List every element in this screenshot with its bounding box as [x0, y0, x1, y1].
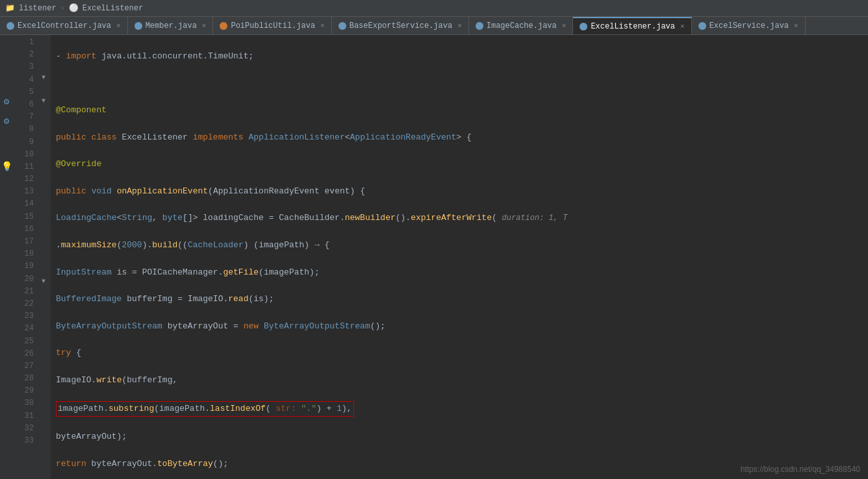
tab-close[interactable]: × — [202, 22, 207, 30]
code-container: ⚙ ⚙ 💡 1 2 3 4 5 6 7 8 9 10 11 12 13 14 1… — [0, 35, 868, 479]
tab-label: ExcelController.java — [18, 21, 111, 31]
code-line-1: - import java.util.concurrent.TimeUnit; — [56, 50, 868, 64]
tab-label: ImageCache.java — [487, 21, 557, 31]
code-line-8: .maximumSize(2000).build((CacheLoader) (… — [56, 239, 868, 252]
code-line-12: try { — [56, 347, 868, 360]
tab-baseexportservice[interactable]: BaseExportService.java × — [332, 17, 469, 34]
line-numbers: 1 2 3 4 5 6 7 8 9 10 11 12 13 14 15 16 1… — [13, 35, 39, 479]
code-line-4: public class ExcelListener implements Ap… — [56, 131, 868, 145]
tab-icon — [476, 22, 483, 30]
code-line-9: InputStream is = POICacheManager.getFile… — [56, 266, 868, 280]
code-line-11: ByteArrayOutputStream byteArrayOut = new… — [56, 320, 868, 334]
code-editor[interactable]: - import java.util.concurrent.TimeUnit; … — [51, 35, 868, 479]
tab-label: ExcelService.java — [709, 21, 789, 31]
tab-excellistener[interactable]: ExcelListener.java × — [573, 17, 691, 34]
tab-icon — [580, 23, 587, 31]
tab-close[interactable]: × — [794, 22, 798, 30]
code-line-10: BufferedImage bufferImg = ImageIO.read(i… — [56, 293, 868, 306]
code-line-6: public void onApplicationEvent(Applicati… — [56, 185, 868, 199]
breadcrumb-sep: › — [60, 4, 65, 13]
fold-arrow-1[interactable]: ▼ — [42, 74, 45, 81]
fold-arrow-2[interactable]: ▼ — [42, 97, 45, 104]
left-icons: ⚙ ⚙ 💡 — [0, 35, 13, 479]
tab-close[interactable]: × — [457, 22, 462, 30]
tab-bar: ExcelController.java × Member.java × Poi… — [0, 17, 868, 35]
code-line-15: byteArrayOut); — [56, 430, 868, 444]
tab-close[interactable]: × — [562, 22, 567, 30]
file-icon: ⚪ — [69, 3, 79, 13]
folder-icon: 📁 — [5, 3, 15, 13]
breadcrumb-bar: 📁 listener › ⚪ ExcelListener — [0, 0, 868, 17]
tab-excelcontroller[interactable]: ExcelController.java × — [0, 17, 128, 34]
code-line-14: imagePath.substring(imagePath.lastIndexO… — [56, 401, 868, 417]
tab-icon — [338, 22, 346, 30]
gutter-icon-3: 💡 — [1, 161, 12, 171]
gutter: ▼ ▼ ▼ — [39, 35, 51, 479]
tab-label: ExcelListener.java — [591, 22, 675, 31]
tab-icon — [6, 22, 14, 30]
tab-label: BaseExportService.java — [350, 21, 452, 31]
tab-excelservice[interactable]: ExcelService.java × — [692, 17, 806, 34]
breadcrumb-file[interactable]: ExcelListener — [83, 4, 144, 13]
fold-arrow-3[interactable]: ▼ — [42, 278, 45, 285]
tab-poipublicutil[interactable]: PoiPublicUtil.java × — [213, 17, 331, 34]
code-line-13: ImageIO.write(bufferImg, — [56, 374, 868, 387]
tab-close[interactable]: × — [680, 23, 685, 31]
code-line-3: @Component — [56, 104, 868, 117]
gutter-icon-2: ⚙ — [1, 116, 12, 126]
breadcrumb-listener[interactable]: listener — [19, 4, 57, 13]
tab-member[interactable]: Member.java × — [128, 17, 214, 34]
code-line-2 — [56, 77, 868, 90]
tab-imagecache[interactable]: ImageCache.java × — [469, 17, 574, 34]
tab-icon — [220, 22, 227, 30]
tab-close[interactable]: × — [116, 22, 121, 30]
tab-icon — [698, 22, 706, 30]
tab-label: Member.java — [146, 21, 197, 31]
tab-label: PoiPublicUtil.java — [231, 21, 315, 31]
code-line-7: LoadingCache<String, byte[]> loadingCach… — [56, 212, 868, 225]
tab-close[interactable]: × — [320, 22, 325, 30]
tab-icon — [134, 22, 142, 30]
gutter-icon-1: ⚙ — [1, 96, 12, 106]
watermark: https://blog.csdn.net/qq_34988540 — [741, 465, 860, 474]
code-line-5: @Override — [56, 158, 868, 171]
